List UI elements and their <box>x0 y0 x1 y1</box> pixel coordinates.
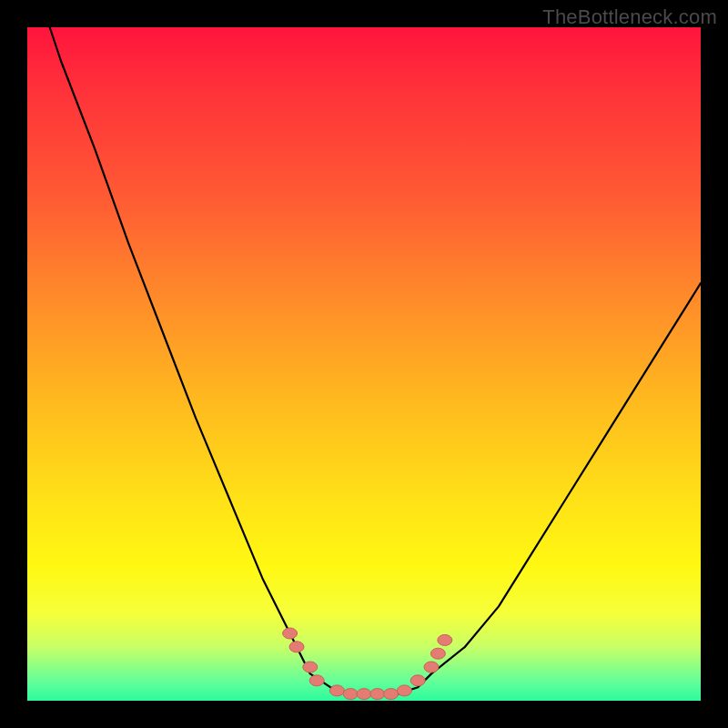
attribution-label: TheBottleneck.com <box>542 5 717 29</box>
bottleneck-curve <box>27 0 701 694</box>
curve-marker <box>357 689 371 700</box>
plot-area <box>27 27 701 701</box>
curve-marker <box>438 634 452 645</box>
curve-marker <box>410 675 425 686</box>
curve-marker <box>329 685 344 696</box>
curve-marker <box>309 675 324 686</box>
curve-marker <box>289 642 304 652</box>
curve-marker <box>424 662 439 672</box>
curve-svg <box>27 27 701 701</box>
marker-group <box>283 628 452 700</box>
curve-marker <box>370 689 385 700</box>
curve-marker <box>303 662 318 672</box>
chart-frame: TheBottleneck.com <box>0 0 728 728</box>
curve-marker <box>397 685 411 696</box>
curve-marker <box>384 689 399 700</box>
curve-marker <box>430 648 445 659</box>
curve-marker <box>283 628 298 639</box>
curve-marker <box>343 689 358 700</box>
